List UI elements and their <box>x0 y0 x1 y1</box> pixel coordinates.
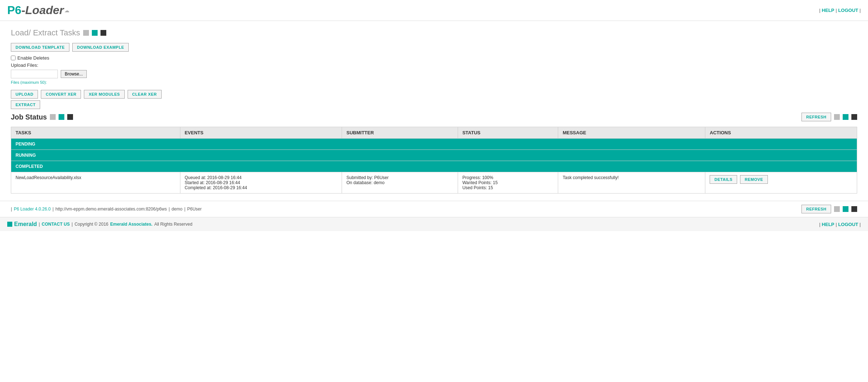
enable-deletes-row: Enable Deletes <box>11 55 857 61</box>
form-area: Enable Deletes Upload Files: Browse... F… <box>11 55 857 84</box>
bottom-sq-teal <box>843 206 848 212</box>
running-section-row: RUNNING <box>11 150 857 161</box>
footer-logout-link[interactable]: LOGOUT <box>838 222 858 227</box>
square-gray-icon <box>83 30 89 36</box>
refresh-button-bottom[interactable]: REFRESH <box>801 205 831 213</box>
logo: P6-Loader ☁ <box>7 4 69 17</box>
file-browse-row: Browse... <box>11 70 857 78</box>
square-black-icon <box>101 30 106 36</box>
col-actions: ACTIONS <box>705 127 857 139</box>
xer-modules-button[interactable]: XER MODULES <box>84 90 124 99</box>
completed-section-row: COMPLETED <box>11 161 857 172</box>
col-message: MESSAGE <box>558 127 705 139</box>
col-tasks: TASKS <box>11 127 180 139</box>
event-line1: Queued at: 2016-08-29 16:44 <box>185 175 241 180</box>
square-teal-icon <box>92 30 98 36</box>
job-status-header: Job Status REFRESH <box>11 113 857 121</box>
p6-loader-version-link[interactable]: P6 Loader 4.0.26.0 <box>14 207 51 212</box>
refresh-area-top: REFRESH <box>801 113 857 121</box>
task-table: TASKS EVENTS SUBMITTER STATUS MESSAGE AC… <box>11 127 857 194</box>
job-status-title: Job Status <box>11 113 47 121</box>
footer-pipe1: | <box>39 222 40 227</box>
bottom-pipe2: | <box>52 207 54 212</box>
completed-label: COMPLETED <box>11 161 857 172</box>
footer-copyright: Copyright © 2016 <box>74 222 108 227</box>
bottom-url: http://vm-eppm.demo.emerald-associates.c… <box>55 207 167 212</box>
submitter-line1: Submitted by: P6User <box>346 175 389 180</box>
bottom-bar-right: REFRESH <box>801 205 857 213</box>
footer-help-link[interactable]: HELP <box>822 222 834 227</box>
emerald-logo-text: Emerald <box>14 221 37 227</box>
action-buttons: UPLOAD CONVERT XER XER MODULES CLEAR XER <box>11 90 857 99</box>
header-pipe3: | <box>860 8 861 13</box>
upload-button[interactable]: UPLOAD <box>11 90 38 99</box>
job-status-sq-gray <box>50 114 56 120</box>
logo-dash: - <box>21 4 25 17</box>
remove-button[interactable]: REMOVE <box>740 175 768 184</box>
download-template-button[interactable]: DOWNLOAD TEMPLATE <box>11 43 69 52</box>
emerald-brand: Emerald <box>7 221 37 227</box>
message-line1: Task <box>563 175 572 180</box>
clear-xer-button[interactable]: CLEAR XER <box>128 90 162 99</box>
extract-button[interactable]: EXTRACT <box>11 100 40 109</box>
footer-pipe1b: | <box>72 222 73 227</box>
files-note: Files (maximum 50): <box>11 80 857 84</box>
table-body: PENDING RUNNING COMPLETED NewLoadResourc… <box>11 139 857 194</box>
bottom-bar-left: | P6 Loader 4.0.26.0 | http://vm-eppm.de… <box>11 207 202 212</box>
job-status-sq-teal <box>59 114 64 120</box>
enable-deletes-checkbox[interactable] <box>11 56 16 60</box>
emerald-associates-link[interactable]: Emerald Associates. <box>110 222 153 227</box>
load-extract-title: Load/ Extract Tasks <box>11 28 80 38</box>
bottom-sq-black <box>851 206 857 212</box>
cell-submitter: Submitted by: P6User On database: demo <box>342 172 458 194</box>
logo-cloud-icon: ☁ <box>64 8 69 13</box>
emerald-square-icon <box>7 222 12 227</box>
header-pipe1: | <box>819 8 820 13</box>
status-line3: Used Points: 15 <box>462 185 493 190</box>
header-nav: | HELP | LOGOUT | <box>819 8 861 13</box>
cell-message: Task completed successfully! <box>558 172 705 194</box>
footer-pipe2: | <box>819 222 820 227</box>
details-button[interactable]: DETAILS <box>710 175 737 184</box>
table-header: TASKS EVENTS SUBMITTER STATUS MESSAGE AC… <box>11 127 857 139</box>
footer-pipe4: | <box>860 222 861 227</box>
message-line3: successfully! <box>594 175 619 180</box>
bottom-pipe4: | <box>184 207 185 212</box>
refresh-sq-teal <box>843 114 848 120</box>
download-example-button[interactable]: DOWNLOAD EXAMPLE <box>72 43 129 52</box>
browse-button[interactable]: Browse... <box>61 70 87 78</box>
convert-xer-button[interactable]: CONVERT XER <box>41 90 81 99</box>
event-line3: Completed at: 2016-08-29 16:44 <box>185 185 247 190</box>
refresh-button-top[interactable]: REFRESH <box>801 113 831 121</box>
col-status: STATUS <box>458 127 558 139</box>
bottom-user: P6User <box>187 207 202 212</box>
logo-p6: P6 <box>7 4 21 17</box>
refresh-sq-gray <box>834 114 840 120</box>
message-line2: completed <box>573 175 593 180</box>
header: P6-Loader ☁ | HELP | LOGOUT | <box>0 0 868 21</box>
job-status-sq-black <box>67 114 73 120</box>
cell-actions: DETAILS REMOVE <box>705 172 857 194</box>
enable-deletes-label: Enable Deletes <box>17 55 49 61</box>
logout-link[interactable]: LOGOUT <box>838 8 858 13</box>
download-toolbar: DOWNLOAD TEMPLATE DOWNLOAD EXAMPLE <box>11 43 857 52</box>
col-submitter: SUBMITTER <box>342 127 458 139</box>
footer-left: Emerald | CONTACT US | Copyright © 2016 … <box>7 221 192 227</box>
refresh-sq-black <box>851 114 857 120</box>
footer-rights: All Rights Reserved <box>154 222 192 227</box>
bottom-sq-gray <box>834 206 840 212</box>
contact-us-link[interactable]: CONTACT US <box>42 222 70 227</box>
col-events: EVENTS <box>180 127 342 139</box>
extract-buttons: EXTRACT <box>11 100 857 109</box>
footer-right: | HELP | LOGOUT | <box>819 222 861 227</box>
file-input[interactable] <box>11 70 58 78</box>
status-line1: Progress: 100% <box>462 175 493 180</box>
bottom-pipe1: | <box>11 207 12 212</box>
status-line2: Wanted Points: 15 <box>462 180 498 185</box>
cell-status: Progress: 100% Wanted Points: 15 Used Po… <box>458 172 558 194</box>
cell-events: Queued at: 2016-08-29 16:44 Started at: … <box>180 172 342 194</box>
running-label: RUNNING <box>11 150 857 161</box>
logo-loader: Loader <box>25 4 64 17</box>
submitter-line2: On database: demo <box>346 180 384 185</box>
help-link[interactable]: HELP <box>822 8 834 13</box>
